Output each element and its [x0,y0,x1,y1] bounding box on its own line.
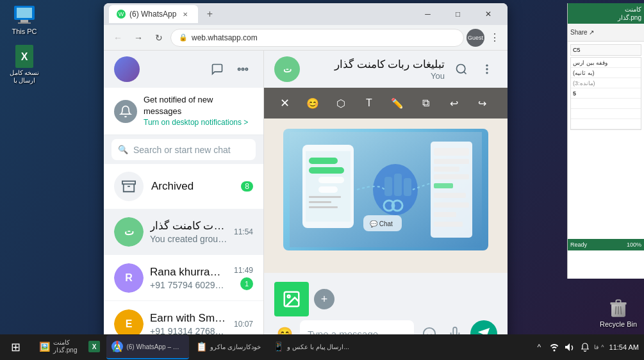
toolbar-undo-btn[interactable]: ↩ [443,93,464,113]
toolbar-emoji-btn[interactable]: 😊 [302,93,323,113]
excel-status-text: Ready [570,241,587,248]
toolbar-draw-btn[interactable]: ✏️ [387,93,408,113]
active-tab[interactable]: W (6) WhatsApp ✕ [109,5,198,23]
desktop-icon-this-pc[interactable]: This PC [5,3,44,35]
taskbar-msg-app[interactable]: 📱 ارسال پیام با عکس و... [267,335,354,359]
avatar-circle-0: ت [114,217,144,247]
tray-text-2: ^ [601,344,604,350]
tab-close-btn[interactable]: ✕ [180,9,190,19]
chat-header: ت تبلیغات ربات کامنت گذار You [264,51,508,88]
svg-line-56 [621,306,622,315]
macro-icon: 📋 [195,341,207,352]
toolbar-text-btn[interactable]: T [359,93,379,113]
address-bar[interactable]: 🔒 web.whatsapp.com [170,29,464,47]
notif-text-block: Get notified of new messages Turn on des… [144,94,253,128]
browser-menu-btn[interactable]: ⋮ [487,30,502,45]
svg-point-46 [288,295,290,298]
archived-row[interactable]: Archived 8 [104,164,263,209]
close-btn[interactable]: ✕ [474,4,502,24]
active-chat-avatar[interactable]: ت [274,56,300,82]
toolbar-redo-btn[interactable]: ↪ [472,93,492,113]
user-avatar[interactable] [114,56,140,82]
taskbar-excel-app[interactable]: X [83,335,105,359]
desktop-icon-doc[interactable]: X نسخه کاملارسال با [5,45,44,85]
chat-menu-btn[interactable] [477,59,497,79]
toolbar-crop-btn[interactable]: ⧉ [415,93,436,113]
minimize-btn[interactable]: ─ [413,4,442,24]
excel-row-6 [571,109,641,119]
recycle-bin-icon [607,296,630,319]
svg-point-11 [457,64,465,72]
search-input-wrap[interactable]: 🔍 [111,139,256,160]
excel-cell-ref[interactable]: C5 [570,44,641,56]
chat-name-0: تبلیغات ربات کامنت گذار [150,219,227,233]
svg-rect-28 [394,174,402,196]
chrome-icon [111,341,123,352]
image-toolbar: ✕ 😊 ⬡ T ✏️ ⧉ ↩ ↪ [264,88,508,119]
chat-meta-0: 11:54 [234,227,253,236]
tray-expand-btn[interactable]: ^ [533,341,545,354]
search-chat-btn[interactable] [451,59,472,79]
svg-rect-9 [122,181,135,184]
excel-row-4: 5 [571,88,641,99]
chat-item-1[interactable]: R Rana khurram g +91 75794 60299: 🔥 سرکا… [104,255,263,301]
desktop-icons-area: This PC X نسخه کاملارسال با [5,3,44,85]
excel-grid: وقفه بین ارس (به ثانیه) (مانده:3) 5 [570,57,641,130]
excel-row-3: (مانده:3) [571,78,641,88]
excel-zoom: 100% [627,241,641,248]
chat-list: ت تبلیغات ربات کامنت گذار You created gr… [104,209,263,352]
active-chat-name: تبلیغات ربات کامنت گذار [306,58,445,71]
notification-banner[interactable]: Get notified of new messages Turn on des… [104,88,263,135]
tray-notification-icon[interactable] [579,341,591,354]
svg-rect-23 [309,196,341,198]
time-display: 11:54 AM [609,343,639,352]
media-thumb[interactable] [274,282,309,316]
chat-avatar-1: R [114,263,144,293]
back-button[interactable]: ← [109,29,127,47]
doc-icon: X [13,45,36,68]
chat-preview-0: You created group " ربات کامنت گذار ر [150,234,227,244]
svg-rect-1 [17,8,32,18]
chrome-app-label: (6) WhatsApp – Google... [126,343,184,350]
tray-network-icon[interactable] [548,341,561,354]
chat-time-2: 10:07 [234,320,253,329]
new-tab-button[interactable]: + [201,5,219,23]
reload-button[interactable]: ↻ [150,29,168,47]
svg-rect-20 [309,167,344,174]
search-input[interactable] [133,145,249,155]
this-pc-label: This PC [12,28,37,35]
taskbar-chrome-app[interactable]: (6) WhatsApp – Google... [106,335,189,359]
recycle-bin[interactable]: Recycle Bin [599,296,638,328]
msg-icon: 📱 [272,341,284,352]
search-bar: 🔍 [104,135,263,164]
excel-title-text: کامنتگذار.png [618,5,641,22]
excel-toolbar: Share ↗ [568,24,644,42]
profile-button[interactable]: Guest [466,29,484,47]
start-button[interactable]: ⊞ [5,337,26,357]
svg-rect-24 [309,201,331,203]
forward-button[interactable]: → [129,29,147,47]
toolbar-sticker-btn[interactable]: ⬡ [331,93,351,113]
svg-rect-21 [318,177,344,183]
excel-row-1: وقفه بین ارس [571,58,641,68]
taskbar-time[interactable]: 11:54 AM [609,343,639,352]
svg-line-12 [464,71,466,74]
status-icon-btn[interactable] [233,59,253,79]
tab-favicon: W [117,10,126,19]
add-media-btn[interactable]: + [314,289,334,309]
chat-item-0[interactable]: ت تبلیغات ربات کامنت گذار You created gr… [104,209,263,255]
share-btn[interactable]: Share ↗ [570,29,594,36]
svg-line-54 [616,306,616,315]
excel-bg-window: کامنتگذار.png Share ↗ C5 وقفه بین ارس (ب… [567,3,644,279]
taskbar-image-app[interactable]: 🖼️ کامنتگذار.png [33,335,82,359]
taskbar-macro-app[interactable]: 📋 خودکارسازی ماکرو [190,335,266,359]
this-pc-icon [13,3,36,26]
lock-icon: 🔒 [179,33,188,42]
maximize-btn[interactable]: □ [443,4,472,24]
new-chat-icon-btn[interactable] [207,59,227,79]
toolbar-close-btn[interactable]: ✕ [274,93,295,113]
tray-sound-icon[interactable] [563,341,576,354]
active-chat-info: تبلیغات ربات کامنت گذار You [306,58,445,81]
svg-point-7 [245,68,247,70]
desktop: This PC X نسخه کاملارسال با کامنتگذار.pn… [0,0,644,360]
